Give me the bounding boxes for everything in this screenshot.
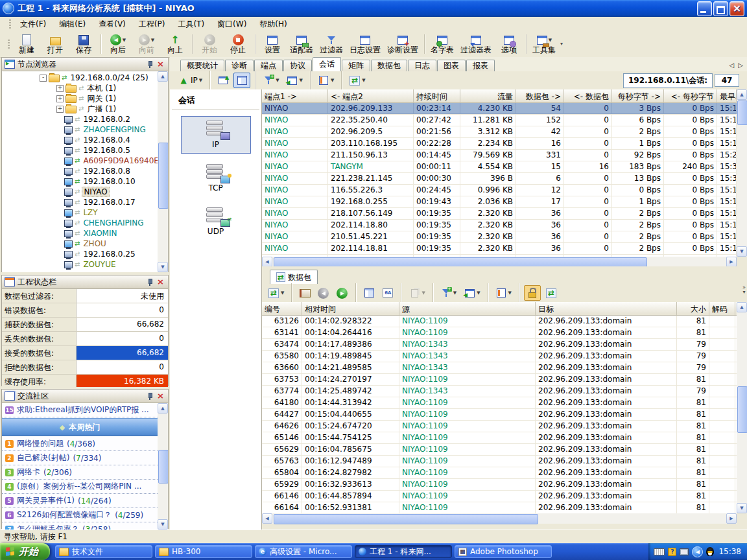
plus-expander-icon[interactable]: + xyxy=(56,85,64,92)
menu-item[interactable]: 查看(V) xyxy=(92,18,132,31)
column-header[interactable]: 流量 xyxy=(460,89,516,102)
hex-view-button[interactable] xyxy=(379,285,396,301)
tab-图表[interactable]: 图表 xyxy=(437,60,466,71)
open-log-button[interactable] xyxy=(296,285,313,301)
menu-item[interactable]: 窗口(W) xyxy=(211,18,253,31)
tree-item[interactable]: ⇄192.168.0.8 xyxy=(2,166,158,176)
session-table-vscrollbar[interactable]: ▲ ▼ xyxy=(737,89,747,257)
scroll-up-icon[interactable]: ▲ xyxy=(737,302,747,312)
qq-icon[interactable] xyxy=(706,547,714,556)
keyboard-icon[interactable] xyxy=(654,548,665,555)
session-row[interactable]: NIYAO203.110.168.19500:22:282.234 KB1601… xyxy=(262,138,737,150)
session-row[interactable]: NIYAO192.168.0.25500:19:432.036 KB1701 B… xyxy=(262,196,737,208)
tab-日志[interactable]: 日志 xyxy=(408,60,436,71)
column-header[interactable]: <- 端点2 xyxy=(328,89,414,102)
community-item[interactable]: 1网络慢的问题(4/368) xyxy=(2,437,158,451)
protocol-item-IP[interactable]: IP xyxy=(170,116,261,154)
column-header[interactable]: 目标 xyxy=(536,302,677,315)
tree-item[interactable]: ⇄XIAOMIN xyxy=(2,228,158,239)
tab-数据包[interactable]: 数据包 xyxy=(371,60,407,71)
packet-row[interactable]: 6576300:16:12.947489NIYAO:1109202.96.209… xyxy=(262,456,737,467)
packet-table-vscrollbar[interactable]: ▲ ▼ xyxy=(737,302,747,513)
menu-item[interactable]: 工具(T) xyxy=(171,18,211,31)
tab-scroll-right-icon[interactable]: ▷ xyxy=(738,62,743,69)
community-item[interactable]: 5网关灵异事件(1)(14/264) xyxy=(2,494,158,508)
packet-row[interactable]: 6347400:14:17.489386NIYAO:1343202.96.209… xyxy=(262,339,737,351)
packet-row[interactable]: 6462600:15:24.674720NIYAO:1109202.96.209… xyxy=(262,421,737,432)
session-row[interactable]: NIYAO202.96.209.500:21:563.312 KB4202 Bp… xyxy=(262,126,737,138)
hide-icons-chevron-icon[interactable]: ◀ xyxy=(692,546,703,557)
column-header[interactable]: <- 每秒字节 xyxy=(664,89,717,102)
tree-item[interactable]: ⇄ZOUYUE xyxy=(2,259,158,270)
columns-button[interactable]: ▼ xyxy=(315,73,337,88)
community-scrollbar[interactable]: ▲ ▼ xyxy=(158,403,168,530)
community-item[interactable]: 3网络卡(2/306) xyxy=(2,465,158,480)
tree-item[interactable]: ⇄ZHAOFENGPING xyxy=(2,124,158,135)
packet-row[interactable]: 6442700:15:04.440655NIYAO:1109202.96.209… xyxy=(262,409,737,421)
toolbar-button-windiag[interactable]: 诊断设置 xyxy=(384,32,421,56)
menu-item[interactable]: 编辑(E) xyxy=(53,18,92,31)
packet-row[interactable]: 6514600:15:44.754125NIYAO:1109202.96.209… xyxy=(262,432,737,444)
close-button[interactable] xyxy=(729,1,744,16)
scroll-up-icon[interactable]: ▲ xyxy=(158,71,168,82)
task-button[interactable]: HB-300 xyxy=(155,545,252,558)
export-button[interactable]: ▼ xyxy=(284,73,305,88)
packet-table-hscrollbar[interactable]: ◀ ▶ xyxy=(262,513,737,524)
session-row[interactable]: NIYAO211.150.96.1300:14:4579.569 KB33109… xyxy=(262,150,737,161)
packet-export-button[interactable]: ▼ xyxy=(265,285,287,301)
packet-row[interactable]: 6377400:14:25.489742NIYAO:1343202.96.209… xyxy=(262,386,737,397)
locate-node-button[interactable] xyxy=(215,73,231,88)
scroll-left-icon[interactable]: ◀ xyxy=(262,513,272,524)
tab-诊断[interactable]: 诊断 xyxy=(225,60,254,71)
list-view-button[interactable] xyxy=(233,73,250,88)
node-tree-scrollbar[interactable]: ▲ ▼ xyxy=(158,71,168,272)
packet-row[interactable]: 6592900:16:32.933613NIYAO:1109202.96.209… xyxy=(262,479,737,491)
session-table-hscrollbar[interactable]: ◀ ▶ xyxy=(262,257,737,267)
protocol-item-TCP[interactable]: TCP xyxy=(170,159,261,197)
toolbar-button-adapter[interactable]: 适配器 xyxy=(287,32,316,56)
packet-row[interactable]: 6375300:14:24.270197NIYAO:1109202.96.209… xyxy=(262,374,737,386)
toolbar-button-floppy[interactable]: 保存 xyxy=(69,32,98,56)
toolbar-button-folder[interactable]: 打开 xyxy=(41,32,69,56)
scroll-down-icon[interactable]: ▼ xyxy=(737,503,747,513)
refresh-button[interactable]: ▼ xyxy=(346,73,368,88)
column-header[interactable]: 源 xyxy=(399,302,536,315)
display-icon[interactable] xyxy=(680,548,689,555)
scroll-right-icon[interactable]: ▶ xyxy=(726,513,737,524)
decode-view-button[interactable] xyxy=(361,285,377,301)
tree-item[interactable]: ⇄A609F9D9A16940E xyxy=(2,156,158,166)
pin-icon[interactable] xyxy=(147,392,153,400)
toolbar-button-funnel[interactable]: 过滤器 xyxy=(316,32,346,56)
packet-filter-button[interactable]: +▼ xyxy=(438,285,459,301)
scroll-down-icon[interactable]: ▼ xyxy=(158,519,168,530)
toolbar-button-up[interactable]: 向上 xyxy=(161,32,189,56)
packet-columns-button[interactable]: ▼ xyxy=(493,285,514,301)
session-row[interactable]: NIYAO116.55.226.300:24:450.996 KB1200 Bp… xyxy=(262,185,737,196)
session-row[interactable]: NIYAOTANGYM00:00:114.554 KB1516183 Bps24… xyxy=(262,161,737,173)
column-header[interactable]: 编号 xyxy=(262,302,302,315)
next-packet-button[interactable] xyxy=(334,285,351,301)
tree-item[interactable]: ⇄192.168.0.4 xyxy=(2,135,158,145)
toolbar-button-stop[interactable]: 停止 xyxy=(224,32,252,56)
restore-button[interactable] xyxy=(713,1,728,16)
tree-item[interactable]: ⇄NIYAO xyxy=(2,187,158,197)
scroll-left-icon[interactable]: ◀ xyxy=(262,257,272,267)
protocol-item-UDP[interactable]: UDP xyxy=(170,203,261,240)
menu-item[interactable]: 工程(P) xyxy=(132,18,172,31)
toolbar-button-page[interactable]: 新建 xyxy=(12,32,41,56)
toolbar-overflow-icon[interactable]: ▾ xyxy=(560,42,563,46)
toolbar-button-win[interactable]: 设置 xyxy=(258,32,287,56)
tab-报表[interactable]: 报表 xyxy=(466,60,495,71)
pin-icon[interactable] xyxy=(147,60,153,68)
packet-row[interactable]: 6580400:16:24.827982NIYAO:1109202.96.209… xyxy=(262,467,737,479)
tree-item[interactable]: ⇄192.168.0.2 xyxy=(2,114,158,124)
pin-icon[interactable] xyxy=(147,278,153,286)
start-button[interactable]: 开始 xyxy=(0,543,50,560)
menu-item[interactable]: 帮助(H) xyxy=(253,18,293,31)
task-button[interactable]: 工程 1 - 科来网... xyxy=(355,545,452,558)
tree-item[interactable]: -⇄192.168.0.0/24 (25) xyxy=(2,73,158,83)
column-header[interactable]: 大小 xyxy=(677,302,709,315)
panel-close-icon[interactable]: × xyxy=(156,60,165,68)
toolbar-button-tools[interactable]: ▼工具集 xyxy=(529,32,559,56)
session-row[interactable]: NIYAO202.114.18.8000:19:352.320 KB3602 B… xyxy=(262,220,737,231)
